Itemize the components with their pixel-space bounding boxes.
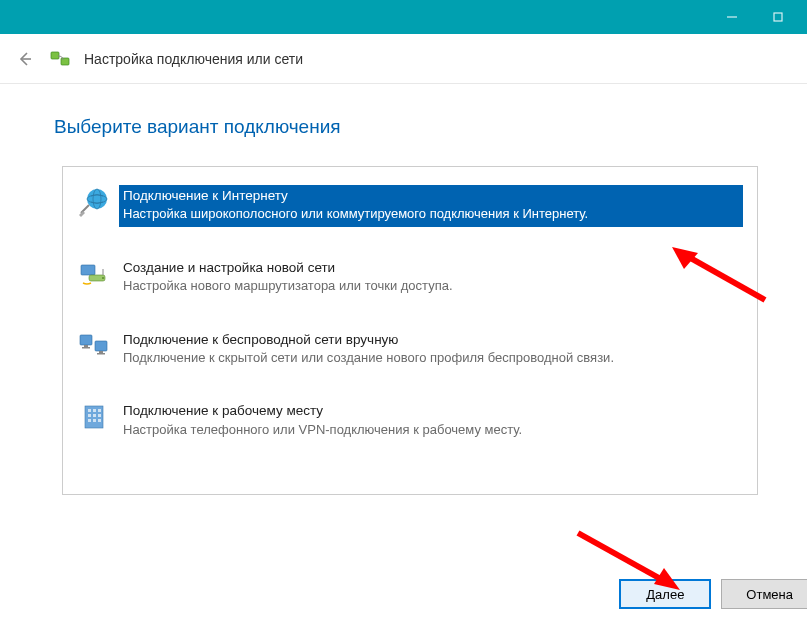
svg-rect-19 — [88, 409, 91, 412]
option-create-network[interactable]: Создание и настройка новой сети Настройк… — [71, 251, 749, 305]
svg-rect-3 — [51, 52, 59, 59]
monitors-icon — [77, 329, 111, 363]
svg-rect-14 — [82, 347, 90, 349]
header-title: Настройка подключения или сети — [84, 51, 303, 67]
option-wireless-manual[interactable]: Подключение к беспроводной сети вручную … — [71, 323, 749, 377]
maximize-button[interactable] — [755, 2, 801, 32]
svg-rect-16 — [99, 351, 103, 353]
svg-rect-27 — [98, 419, 101, 422]
svg-rect-23 — [93, 414, 96, 417]
header-bar: Настройка подключения или сети — [0, 34, 807, 84]
option-desc: Настройка широкополосного или коммутируе… — [123, 205, 737, 223]
router-icon — [77, 257, 111, 291]
network-setup-icon — [50, 49, 70, 69]
minimize-button[interactable] — [709, 2, 755, 32]
svg-rect-1 — [774, 13, 782, 21]
svg-rect-25 — [88, 419, 91, 422]
svg-point-10 — [102, 277, 104, 279]
options-list: Подключение к Интернету Настройка широко… — [62, 166, 758, 495]
option-title: Подключение к Интернету — [123, 187, 737, 205]
next-button[interactable]: Далее — [619, 579, 711, 609]
wizard-window: Настройка подключения или сети Выберите … — [0, 0, 807, 625]
titlebar — [0, 0, 807, 34]
content-area: Выберите вариант подключения Подключение… — [0, 84, 807, 495]
globe-icon — [77, 185, 111, 219]
svg-rect-26 — [93, 419, 96, 422]
svg-rect-17 — [97, 353, 105, 355]
button-bar: Далее Отмена — [619, 579, 807, 609]
option-desc: Подключение к скрытой сети или создание … — [123, 349, 737, 367]
svg-rect-13 — [84, 345, 88, 347]
page-heading: Выберите вариант подключения — [54, 116, 757, 138]
svg-rect-21 — [98, 409, 101, 412]
cancel-button[interactable]: Отмена — [721, 579, 807, 609]
svg-rect-4 — [61, 58, 69, 65]
option-internet-connection[interactable]: Подключение к Интернету Настройка широко… — [71, 179, 749, 233]
option-title: Подключение к рабочему месту — [123, 402, 737, 420]
option-title: Подключение к беспроводной сети вручную — [123, 331, 737, 349]
option-desc: Настройка телефонного или VPN-подключени… — [123, 421, 737, 439]
svg-rect-20 — [93, 409, 96, 412]
svg-rect-24 — [98, 414, 101, 417]
back-button[interactable] — [14, 48, 36, 70]
svg-point-5 — [87, 189, 107, 209]
svg-rect-15 — [95, 341, 107, 351]
option-desc: Настройка нового маршрутизатора или точк… — [123, 277, 737, 295]
option-workplace[interactable]: Подключение к рабочему месту Настройка т… — [71, 394, 749, 448]
svg-rect-22 — [88, 414, 91, 417]
building-icon — [77, 400, 111, 434]
option-title: Создание и настройка новой сети — [123, 259, 737, 277]
svg-rect-8 — [81, 265, 95, 275]
svg-rect-12 — [80, 335, 92, 345]
